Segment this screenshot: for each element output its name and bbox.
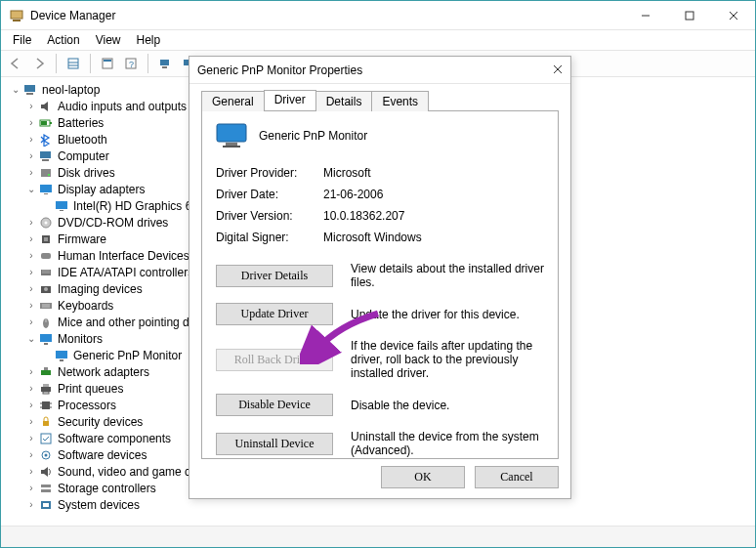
cpu-icon: [38, 398, 54, 413]
driver-details-button[interactable]: Driver Details: [216, 265, 333, 287]
action-description: Disable the device.: [351, 399, 544, 412]
printer-icon: [38, 381, 54, 397]
svg-rect-26: [44, 193, 48, 194]
svg-point-38: [44, 287, 48, 291]
devmgr-icon: [9, 8, 24, 23]
info-key: Digital Signer:: [216, 231, 323, 244]
expand-icon[interactable]: ›: [24, 433, 38, 443]
menu-help[interactable]: Help: [129, 31, 169, 49]
tree-node-label: DVD/CD-ROM drives: [58, 216, 168, 230]
svg-rect-28: [60, 210, 63, 211]
keyboard-icon: [38, 298, 54, 314]
disk-icon: [38, 165, 54, 181]
computer-icon: [38, 148, 54, 164]
help-button[interactable]: ?: [120, 53, 142, 74]
expand-icon[interactable]: ›: [24, 267, 38, 277]
svg-rect-59: [41, 434, 51, 443]
tree-node-label: Bluetooth: [58, 133, 107, 147]
update-driver-button[interactable]: Update Driver: [216, 303, 333, 325]
svg-rect-69: [226, 143, 237, 146]
expand-icon[interactable]: ›: [24, 400, 38, 410]
expand-icon[interactable]: ›: [24, 217, 38, 228]
expand-icon[interactable]: ›: [24, 167, 38, 178]
swdev-icon: [38, 447, 54, 463]
expand-icon[interactable]: ›: [24, 316, 38, 327]
tab-general[interactable]: General: [201, 91, 265, 111]
info-value: Microsoft: [323, 166, 371, 180]
svg-rect-0: [11, 11, 22, 19]
svg-rect-27: [56, 201, 67, 209]
menu-action[interactable]: Action: [39, 31, 87, 49]
menu-view[interactable]: View: [88, 31, 129, 49]
svg-rect-17: [26, 93, 33, 95]
expand-icon[interactable]: ⌄: [24, 184, 38, 194]
expand-icon[interactable]: ›: [24, 233, 38, 244]
tree-node-label: Storage controllers: [58, 482, 156, 495]
tree-node-label: Generic PnP Monitor: [73, 349, 182, 362]
expand-icon[interactable]: ⌄: [24, 333, 38, 344]
firmware-icon: [38, 232, 54, 247]
maximize-button[interactable]: [667, 1, 711, 30]
close-button[interactable]: [711, 1, 755, 30]
display-icon: [54, 198, 69, 214]
forward-button[interactable]: [28, 53, 50, 74]
expand-icon[interactable]: ›: [24, 117, 38, 128]
statusbar: [1, 526, 755, 547]
dialog-titlebar: Generic PnP Monitor Properties: [189, 57, 570, 84]
tree-node-label: Software devices: [58, 448, 147, 462]
svg-rect-65: [43, 503, 49, 507]
show-hide-tree-button[interactable]: [63, 53, 84, 74]
svg-rect-3: [686, 12, 693, 20]
expand-icon[interactable]: ›: [24, 416, 38, 427]
ide-icon: [38, 265, 54, 280]
svg-rect-21: [40, 151, 51, 158]
info-key: Driver Provider:: [216, 166, 323, 180]
tab-events[interactable]: Events: [371, 91, 429, 111]
ok-button[interactable]: OK: [381, 466, 465, 488]
svg-text:?: ?: [129, 60, 134, 69]
uninstall-device-button[interactable]: Uninstall Device: [216, 433, 333, 455]
expand-icon[interactable]: ›: [24, 499, 38, 510]
svg-rect-58: [43, 421, 49, 426]
menubar: File Action View Help: [1, 30, 755, 50]
display-icon: [38, 182, 54, 197]
cancel-button[interactable]: Cancel: [475, 466, 559, 488]
tab-strip: General Driver Details Events: [201, 90, 559, 111]
menu-file[interactable]: File: [5, 31, 39, 49]
roll-back-driver-button[interactable]: Roll Back Driver: [216, 349, 333, 371]
expand-icon[interactable]: ›: [24, 300, 38, 311]
network-icon: [38, 364, 54, 380]
dialog-close-button[interactable]: [553, 63, 563, 77]
chevron-down-icon[interactable]: ⌄: [9, 84, 22, 95]
svg-rect-68: [217, 124, 246, 142]
svg-rect-16: [24, 85, 35, 92]
disable-device-button[interactable]: Disable Device: [216, 394, 333, 416]
tab-driver[interactable]: Driver: [264, 90, 316, 110]
expand-icon[interactable]: ›: [24, 483, 38, 493]
tree-node-label: IDE ATA/ATAPI controllers: [58, 266, 193, 279]
info-value: 21-06-2006: [323, 188, 383, 201]
svg-rect-14: [162, 66, 167, 68]
expand-icon[interactable]: ›: [24, 283, 38, 294]
tree-node-label: Batteries: [58, 116, 104, 130]
expand-icon[interactable]: ›: [24, 366, 38, 377]
properties-button[interactable]: [97, 53, 118, 74]
back-button[interactable]: [5, 53, 26, 74]
action-description: Update the driver for this device.: [351, 308, 544, 321]
expand-icon[interactable]: ›: [24, 150, 38, 161]
expand-icon[interactable]: ›: [24, 250, 38, 261]
minimize-button[interactable]: [623, 1, 667, 30]
scan-button[interactable]: [154, 53, 176, 74]
svg-rect-46: [56, 351, 67, 358]
sound-icon: [38, 464, 54, 480]
expand-icon[interactable]: ›: [24, 466, 38, 477]
svg-rect-48: [41, 370, 51, 375]
expand-icon[interactable]: ›: [24, 101, 38, 111]
tree-node-label: System devices: [58, 498, 140, 512]
tab-details[interactable]: Details: [315, 91, 373, 111]
tree-node-label: Software components: [58, 432, 171, 445]
expand-icon[interactable]: ›: [24, 383, 38, 394]
svg-rect-62: [41, 485, 51, 487]
expand-icon[interactable]: ›: [24, 449, 38, 460]
expand-icon[interactable]: ›: [24, 134, 38, 145]
